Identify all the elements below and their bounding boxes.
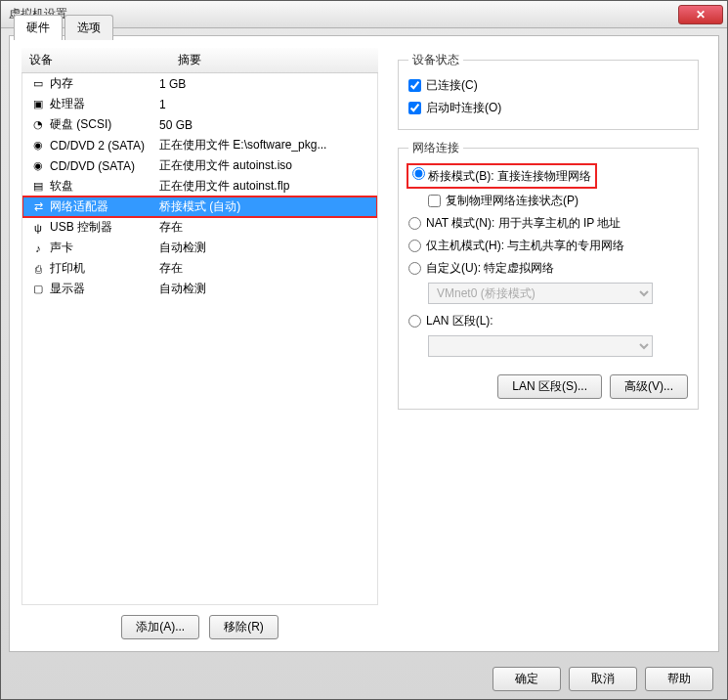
cancel-button[interactable]: 取消: [569, 667, 637, 691]
connect-on-power-label: 启动时连接(O): [426, 100, 501, 116]
custom-row[interactable]: 自定义(U): 特定虚拟网络: [408, 257, 688, 280]
remove-button[interactable]: 移除(R): [209, 615, 278, 639]
table-row[interactable]: ▣处理器1: [22, 94, 377, 114]
floppy-icon: ▤: [30, 179, 46, 195]
device-name: CD/DVD 2 (SATA): [50, 139, 145, 153]
memory-icon: ▭: [30, 76, 46, 92]
table-row[interactable]: ◔硬盘 (SCSI)50 GB: [22, 114, 377, 135]
table-row[interactable]: ♪声卡自动检测: [22, 238, 377, 258]
usb-icon: ψ: [30, 220, 46, 236]
cd-icon: ◉: [30, 138, 46, 153]
replicate-row[interactable]: 复制物理网络连接状态(P): [428, 190, 688, 212]
device-name: 处理器: [50, 96, 85, 112]
cd-icon: ◉: [30, 158, 46, 174]
nat-radio[interactable]: [408, 217, 421, 230]
ok-button[interactable]: 确定: [492, 667, 561, 691]
settings-window: 虚拟机设置 ✕ 硬件 选项 设备 摘要 ▭内存1 GB▣处理器1◔硬盘 (SCS…: [0, 0, 728, 700]
display-icon: ▢: [30, 282, 46, 297]
add-remove-row: 添加(A)... 移除(R): [21, 605, 378, 639]
connected-checkbox[interactable]: [408, 79, 421, 92]
network-icon: ⇄: [30, 199, 46, 215]
bridged-radio[interactable]: [412, 167, 425, 180]
custom-radio[interactable]: [408, 262, 421, 275]
device-summary: 50 GB: [159, 118, 369, 132]
device-name: CD/DVD (SATA): [50, 159, 135, 173]
device-name: 硬盘 (SCSI): [50, 116, 111, 133]
nat-label: NAT 模式(N): 用于共享主机的 IP 地址: [426, 215, 621, 232]
table-row[interactable]: ▤软盘正在使用文件 autoinst.flp: [22, 176, 377, 197]
hostonly-row[interactable]: 仅主机模式(H): 与主机共享的专用网络: [408, 235, 688, 257]
nat-row[interactable]: NAT 模式(N): 用于共享主机的 IP 地址: [408, 212, 688, 235]
dialog-footer: 确定 取消 帮助: [492, 667, 713, 691]
lan-segment-row[interactable]: LAN 区段(L):: [408, 310, 688, 332]
table-row[interactable]: ◉CD/DVD 2 (SATA)正在使用文件 E:\software_pkg..…: [22, 135, 377, 155]
device-name: 声卡: [50, 240, 73, 256]
device-name: 内存: [50, 75, 73, 92]
table-header: 设备 摘要: [21, 48, 378, 73]
advanced-button[interactable]: 高级(V)...: [610, 374, 688, 399]
help-button[interactable]: 帮助: [645, 667, 713, 691]
table-row[interactable]: ◉CD/DVD (SATA)正在使用文件 autoinst.iso: [22, 155, 377, 176]
network-conn-title: 网络连接: [408, 140, 463, 156]
tab-options[interactable]: 选项: [64, 15, 113, 40]
tabs: 硬件 选项: [14, 15, 115, 40]
close-button[interactable]: ✕: [678, 5, 723, 24]
device-summary: 存在: [159, 219, 369, 236]
bridged-row[interactable]: 桥接模式(B): 直接连接物理网络: [408, 162, 688, 190]
connected-row[interactable]: 已连接(C): [408, 74, 688, 97]
lan-segment-select[interactable]: [428, 335, 653, 357]
device-status-group: 设备状态 已连接(C) 启动时连接(O): [398, 52, 699, 130]
table-row[interactable]: ⇄网络适配器桥接模式 (自动): [22, 197, 377, 217]
replicate-label: 复制物理网络连接状态(P): [446, 193, 578, 209]
disk-icon: ◔: [30, 117, 46, 133]
network-buttons: LAN 区段(S)... 高级(V)...: [408, 374, 688, 399]
custom-vmnet-select[interactable]: VMnet0 (桥接模式): [428, 283, 653, 304]
hostonly-label: 仅主机模式(H): 与主机共享的专用网络: [426, 238, 624, 254]
tab-content: 设备 摘要 ▭内存1 GB▣处理器1◔硬盘 (SCSI)50 GB◉CD/DVD…: [10, 36, 718, 651]
cpu-icon: ▣: [30, 97, 46, 112]
device-summary: 存在: [159, 260, 369, 277]
lan-segment-radio[interactable]: [408, 315, 421, 328]
device-summary: 正在使用文件 E:\software_pkg...: [159, 137, 369, 153]
device-summary: 1: [159, 98, 369, 111]
bridged-label: 桥接模式(B): 直接连接物理网络: [428, 169, 591, 183]
table-body[interactable]: ▭内存1 GB▣处理器1◔硬盘 (SCSI)50 GB◉CD/DVD 2 (SA…: [21, 73, 378, 605]
lan-segment-label: LAN 区段(L):: [426, 313, 493, 329]
connect-on-power-checkbox[interactable]: [408, 102, 421, 114]
device-list-panel: 设备 摘要 ▭内存1 GB▣处理器1◔硬盘 (SCSI)50 GB◉CD/DVD…: [21, 48, 378, 639]
table-row[interactable]: ▭内存1 GB: [22, 73, 377, 94]
device-name: 显示器: [50, 281, 85, 297]
device-status-title: 设备状态: [408, 52, 463, 68]
lan-segments-button[interactable]: LAN 区段(S)...: [497, 374, 602, 399]
custom-label: 自定义(U): 特定虚拟网络: [426, 260, 554, 277]
device-name: 网络适配器: [50, 198, 108, 215]
device-summary: 自动检测: [159, 240, 369, 256]
device-name: 软盘: [50, 178, 73, 195]
printer-icon: ⎙: [30, 261, 46, 277]
table-row[interactable]: ⎙打印机存在: [22, 258, 377, 279]
device-summary: 自动检测: [159, 281, 369, 297]
replicate-checkbox[interactable]: [428, 195, 441, 207]
table-row[interactable]: ▢显示器自动检测: [22, 279, 377, 299]
device-summary: 正在使用文件 autoinst.flp: [159, 178, 369, 195]
header-summary: 摘要: [178, 52, 370, 68]
sound-icon: ♪: [30, 241, 46, 256]
settings-panel: 设备状态 已连接(C) 启动时连接(O) 网络连接: [390, 48, 707, 639]
connect-on-power-row[interactable]: 启动时连接(O): [408, 97, 688, 119]
device-summary: 桥接模式 (自动): [159, 198, 369, 215]
device-summary: 正在使用文件 autoinst.iso: [159, 157, 369, 174]
connected-label: 已连接(C): [426, 77, 478, 94]
table-row[interactable]: ψUSB 控制器存在: [22, 217, 377, 238]
network-connection-group: 网络连接 桥接模式(B): 直接连接物理网络 复制物理网络连接状态(P) NAT: [398, 140, 699, 410]
tab-hardware[interactable]: 硬件: [14, 15, 63, 40]
device-summary: 1 GB: [159, 77, 369, 91]
bridged-highlight: 桥接模式(B): 直接连接物理网络: [408, 165, 595, 187]
hostonly-radio[interactable]: [408, 240, 421, 252]
content-area: 硬件 选项 设备 摘要 ▭内存1 GB▣处理器1◔硬盘 (SCSI)50 GB◉…: [9, 35, 719, 652]
add-button[interactable]: 添加(A)...: [121, 615, 199, 639]
header-device: 设备: [29, 52, 178, 68]
device-name: USB 控制器: [50, 219, 112, 236]
device-name: 打印机: [50, 260, 85, 277]
